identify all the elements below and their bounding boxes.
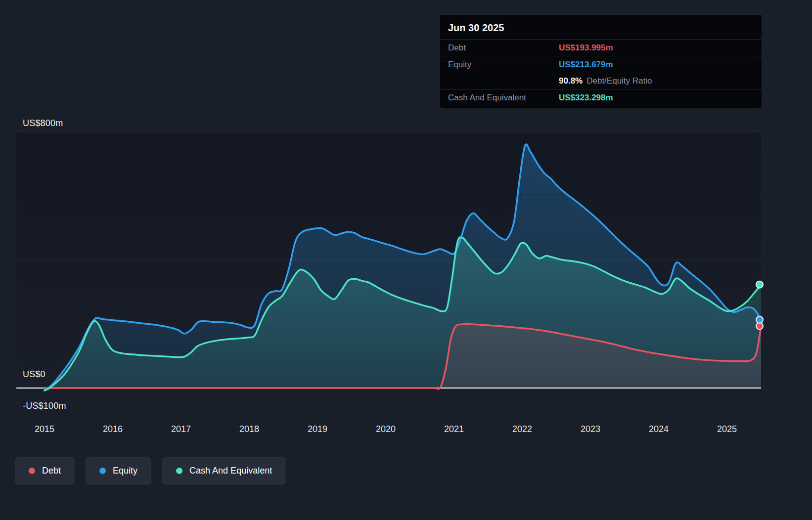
tooltip-row-ratio: 90.8% Debt/Equity Ratio: [440, 73, 762, 89]
legend-item-debt[interactable]: Debt: [15, 457, 75, 485]
legend-item-label: Cash And Equivalent: [189, 466, 272, 476]
tooltip-cash-label: Cash And Equivalent: [448, 93, 559, 103]
y-axis-label-neg100m: -US$100m: [23, 401, 66, 411]
tooltip-equity-value: US$213.679m: [559, 60, 613, 70]
x-axis-label-2019: 2019: [308, 424, 327, 434]
equity-legend-dot-icon: [99, 468, 106, 474]
x-axis-label-2025: 2025: [717, 424, 737, 434]
y-axis-label-800m: US$800m: [23, 118, 63, 129]
tooltip-date: Jun 30 2025: [440, 15, 762, 39]
legend-item-label: Debt: [42, 466, 61, 476]
legend-item-equity[interactable]: Equity: [86, 457, 151, 485]
legend-item-label: Equity: [113, 466, 137, 476]
legend: DebtEquityCash And Equivalent: [15, 457, 286, 485]
tooltip-debt-label: Debt: [448, 43, 559, 53]
tooltip-row-cash: Cash And Equivalent US$323.298m: [440, 89, 762, 106]
x-axis-label-2017: 2017: [171, 424, 191, 434]
tooltip-debt-value: US$193.995m: [559, 43, 613, 53]
x-axis-label-2022: 2022: [512, 424, 532, 434]
tooltip-row-debt: Debt US$193.995m: [440, 39, 762, 56]
equity-endpoint-marker: [756, 316, 763, 323]
y-axis-label-0: US$0: [23, 369, 45, 380]
x-axis-label-2016: 2016: [103, 424, 123, 434]
tooltip-cash-value: US$323.298m: [559, 93, 613, 103]
tooltip-row-equity: Equity US$213.679m: [440, 56, 762, 73]
x-axis-label-2020: 2020: [376, 424, 396, 434]
tooltip-ratio-label: Debt/Equity Ratio: [586, 76, 652, 86]
cash-endpoint-marker: [756, 281, 763, 288]
debt-legend-dot-icon: [29, 468, 35, 474]
tooltip: Jun 30 2025 Debt US$193.995m Equity US$2…: [440, 15, 762, 108]
x-axis-label-2021: 2021: [444, 424, 464, 434]
legend-item-cash[interactable]: Cash And Equivalent: [162, 457, 286, 485]
tooltip-ratio-value: 90.8%: [559, 76, 583, 86]
x-axis-label-2015: 2015: [35, 424, 54, 434]
cash-legend-dot-icon: [176, 468, 182, 474]
x-axis-label-2018: 2018: [239, 424, 259, 434]
tooltip-equity-label: Equity: [448, 60, 559, 70]
x-axis-label-2023: 2023: [581, 424, 600, 434]
x-axis-label-2024: 2024: [649, 424, 669, 434]
